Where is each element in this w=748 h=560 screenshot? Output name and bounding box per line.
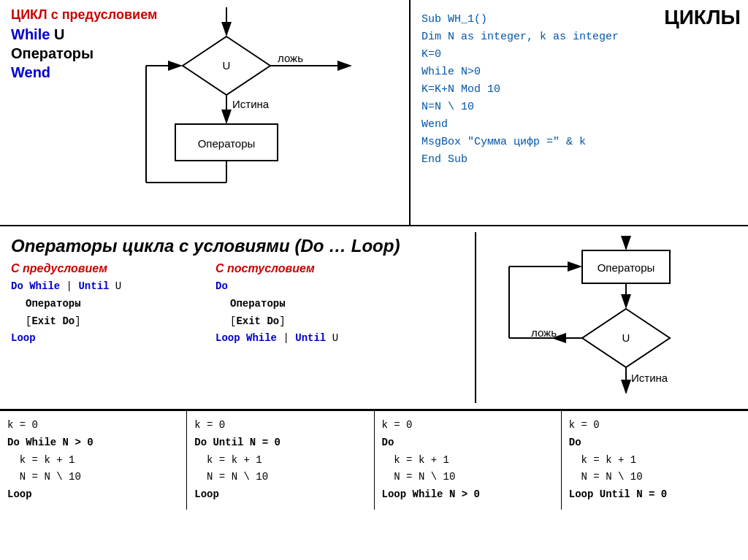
code-line7: Wend bbox=[421, 116, 737, 134]
pre-line3: [Exit Do] bbox=[26, 313, 215, 331]
box4-line4: N = N \ 10 bbox=[569, 469, 741, 486]
section-title: Операторы цикла с условиями (Do … Loop) bbox=[11, 236, 464, 256]
while-keyword: While bbox=[11, 26, 50, 42]
box3-line2: Do bbox=[382, 434, 554, 452]
postcondition-col: С постусловием Do Операторы [Exit Do] Lo… bbox=[215, 262, 435, 348]
do-true-label: Истина bbox=[631, 372, 668, 384]
box4-line2: Do bbox=[569, 434, 741, 452]
box2-line4: N = N \ 10 bbox=[194, 469, 366, 486]
code-line2: Dim N as integer, k as integer bbox=[421, 28, 737, 46]
post-line3: [Exit Do] bbox=[230, 313, 435, 331]
middle-left: Операторы цикла с условиями (Do … Loop) … bbox=[0, 232, 475, 403]
box1-line2: Do While N > 0 bbox=[7, 434, 179, 452]
middle-section: Операторы цикла с условиями (Do … Loop) … bbox=[0, 226, 748, 410]
code-box-2: k = 0 Do Until N = 0 k = k + 1 N = N \ 1… bbox=[187, 411, 374, 510]
code-box-4: k = 0 Do k = k + 1 N = N \ 10 Loop Until… bbox=[562, 411, 748, 510]
post-line4: Loop While | Until U bbox=[215, 330, 435, 348]
code-line5: K=K+N Mod 10 bbox=[421, 81, 737, 99]
code-line6: N=N \ 10 bbox=[421, 99, 737, 116]
cycles-heading: ЦИКЛЫ bbox=[664, 6, 741, 29]
code-box-3: k = 0 Do k = k + 1 N = N \ 10 Loop While… bbox=[375, 411, 562, 510]
box1-line3: k = k + 1 bbox=[7, 452, 179, 469]
while-flowchart-svg: U ложь Истина Операторы bbox=[131, 7, 380, 204]
box2-line3: k = k + 1 bbox=[194, 452, 366, 469]
do-diamond-label: U bbox=[622, 331, 630, 344]
post-line2: Операторы bbox=[230, 296, 435, 313]
box4-line5: Loop Until N = 0 bbox=[569, 486, 741, 504]
postcondition-code: Do Операторы [Exit Do] Loop While | Unti… bbox=[215, 278, 435, 348]
diamond-label: U bbox=[223, 59, 231, 72]
pre-line4: Loop bbox=[11, 330, 215, 348]
box3-line4: N = N \ 10 bbox=[382, 469, 554, 486]
bottom-section: k = 0 Do While N > 0 k = k + 1 N = N \ 1… bbox=[0, 410, 748, 510]
postcondition-title: С постусловием bbox=[215, 262, 435, 275]
do-false-label: ложь bbox=[531, 326, 557, 339]
code-box-1: k = 0 Do While N > 0 k = k + 1 N = N \ 1… bbox=[0, 411, 187, 510]
precondition-code: Do While | Until U Операторы [Exit Do] L… bbox=[11, 278, 215, 348]
code-block: Sub WH_1() Dim N as integer, k as intege… bbox=[421, 11, 737, 169]
left-panel: ЦИКЛ с предусловием While U Операторы We… bbox=[0, 0, 409, 225]
true-label-while: Истина bbox=[232, 98, 270, 110]
operators-rect-label: Операторы bbox=[198, 137, 256, 150]
post-line1: Do bbox=[215, 278, 435, 296]
false-label-while: ложь bbox=[278, 52, 303, 64]
middle-right-flowchart: Операторы U ложь Истина bbox=[475, 232, 748, 403]
pre-line1: Do While | Until U bbox=[11, 278, 215, 296]
box4-line3: k = k + 1 bbox=[569, 452, 741, 469]
do-operators-label: Операторы bbox=[598, 261, 655, 274]
while-flowchart: U ложь Истина Операторы bbox=[131, 7, 380, 212]
box1-line5: Loop bbox=[7, 486, 179, 504]
code-line4: While N>0 bbox=[421, 64, 737, 81]
do-loop-flowchart-svg: Операторы U ложь Истина bbox=[480, 236, 748, 396]
code-line9: End Sub bbox=[421, 151, 737, 169]
code-line8: MsgBox "Сумма цифр =" & k bbox=[421, 134, 737, 151]
box3-line3: k = k + 1 bbox=[382, 452, 554, 469]
box3-line1: k = 0 bbox=[382, 417, 554, 434]
while-u: U bbox=[50, 26, 64, 42]
box1-line1: k = 0 bbox=[7, 417, 179, 434]
box3-line5: Loop While N > 0 bbox=[382, 486, 554, 504]
box2-line2: Do Until N = 0 bbox=[194, 434, 366, 452]
box1-line4: N = N \ 10 bbox=[7, 469, 179, 486]
precondition-col: С предусловием Do While | Until U Операт… bbox=[11, 262, 215, 348]
code-line3: K=0 bbox=[421, 46, 737, 64]
box2-line5: Loop bbox=[194, 486, 366, 504]
box4-line1: k = 0 bbox=[569, 417, 741, 434]
precondition-title: С предусловием bbox=[11, 262, 215, 275]
right-panel: ЦИКЛЫ Sub WH_1() Dim N as integer, k as … bbox=[409, 0, 748, 225]
conditions-row: С предусловием Do While | Until U Операт… bbox=[11, 262, 464, 348]
pre-line2: Операторы bbox=[26, 296, 215, 313]
box2-line1: k = 0 bbox=[194, 417, 366, 434]
top-section: ЦИКЛ с предусловием While U Операторы We… bbox=[0, 0, 748, 226]
